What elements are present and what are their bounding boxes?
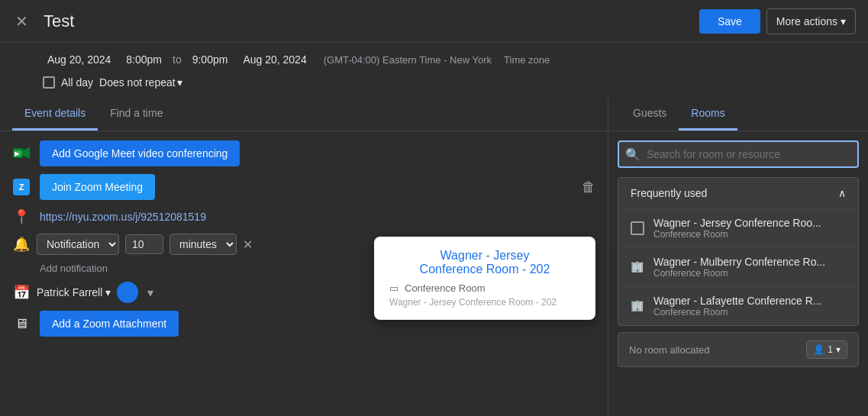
zoom-icon: Z	[13, 179, 30, 195]
bell-icon: 🔔	[12, 235, 31, 253]
attendee-count-button[interactable]: 👤 1 ▾	[806, 340, 847, 359]
tooltip-type-row: ▭ Conference Room	[389, 282, 580, 294]
tooltip-room-name: Wagner - Jersey Conference Room - 202	[389, 249, 580, 276]
room-name-jersey: Wagner - Jersey Conference Roo...	[653, 217, 846, 229]
search-room-container: 🔍	[608, 131, 868, 177]
room-item-mulberry[interactable]: 🏢 Wagner - Mulberry Conference Ro... Con…	[618, 247, 858, 286]
right-panel: Guests Rooms 🔍 Frequently used ∧ Wagner …	[608, 98, 868, 416]
chevron-down-icon: ▾	[841, 15, 846, 27]
monitor-icon: 🖥	[12, 314, 31, 333]
tab-guests[interactable]: Guests	[621, 98, 679, 131]
tab-event-details[interactable]: Event details	[12, 98, 98, 131]
search-room-input[interactable]	[618, 140, 859, 168]
notification-remove-button[interactable]: ✕	[243, 237, 253, 252]
no-room-bar: No room allocated 👤 1 ▾	[618, 332, 859, 367]
frequently-used-label: Frequently used	[631, 187, 707, 199]
zoom-row: Z Join Zoom Meeting 🗑	[12, 174, 595, 200]
tabs-row: Event details Find a time	[0, 98, 608, 131]
room-type-mulberry: Conference Room	[653, 268, 846, 279]
room-checkbox-jersey[interactable]	[631, 221, 644, 235]
room-item-jersey[interactable]: Wagner - Jersey Conference Roo... Confer…	[618, 208, 858, 247]
tooltip-sub-text: Wagner - Jersey Conference Room - 202	[389, 297, 580, 308]
svg-text:▶: ▶	[15, 150, 20, 157]
allday-label: All day	[61, 76, 93, 89]
end-time-button[interactable]: 9:00pm	[188, 52, 233, 67]
attendee-icon: 👤	[813, 344, 824, 355]
tab-find-a-time[interactable]: Find a time	[98, 98, 175, 131]
organizer-name: Patrick Farrell	[37, 286, 102, 298]
right-tabs: Guests Rooms	[608, 98, 868, 131]
room-name-lafayette: Wagner - Lafayette Conference R...	[653, 295, 846, 307]
meet-icon-placeholder: ▶	[12, 144, 31, 163]
calendar-icon: 📅	[12, 283, 31, 302]
room-tooltip-popup: Wagner - Jersey Conference Room - 202 ▭ …	[374, 237, 595, 320]
organizer-color-button[interactable]	[117, 282, 138, 303]
add-zoom-attachment-button[interactable]: Add a Zoom Attachment	[40, 311, 179, 337]
location-icon: 📍	[12, 208, 31, 226]
allday-checkbox[interactable]	[43, 76, 55, 89]
repeat-button[interactable]: Does not repeat ▾	[99, 76, 182, 89]
google-meet-icon: ▶	[13, 147, 30, 160]
start-time-button[interactable]: 8:00pm	[121, 52, 166, 67]
zoom-link-row: 📍 https://nyu.zoom.us/j/92512081519	[12, 208, 595, 226]
end-date-button[interactable]: Aug 20, 2024	[238, 52, 311, 67]
delete-zoom-button[interactable]: 🗑	[582, 179, 595, 195]
event-title: Test	[44, 11, 699, 31]
room-info-jersey: Wagner - Jersey Conference Roo... Confer…	[653, 217, 846, 240]
repeat-chevron-icon: ▾	[177, 76, 182, 89]
tooltip-building-icon: ▭	[389, 282, 399, 294]
room-type-lafayette: Conference Room	[653, 307, 846, 318]
room-type-jersey: Conference Room	[653, 229, 846, 240]
room-info-mulberry: Wagner - Mulberry Conference Ro... Confe…	[653, 256, 846, 279]
tooltip-type-label: Conference Room	[405, 282, 486, 294]
frequently-used-header[interactable]: Frequently used ∧	[618, 178, 858, 208]
more-actions-button[interactable]: More actions ▾	[766, 8, 856, 34]
notification-unit-select[interactable]: minutes	[169, 234, 237, 255]
save-button[interactable]: Save	[699, 9, 760, 34]
start-date-button[interactable]: Aug 20, 2024	[43, 52, 115, 67]
allday-row: All day Does not repeat ▾	[0, 73, 868, 98]
header: ✕ Test Save More actions ▾	[0, 0, 868, 43]
svg-marker-1	[23, 147, 30, 159]
organizer-select-button[interactable]: Patrick Farrell ▾	[37, 286, 111, 298]
timezone-display: (GMT-04:00) Eastern Time - New York	[324, 54, 492, 66]
building-icon-mulberry: 🏢	[631, 260, 644, 274]
google-meet-row: ▶ Add Google Meet video conferencing	[12, 140, 595, 166]
tab-rooms[interactable]: Rooms	[679, 98, 737, 131]
rooms-dropdown: Frequently used ∧ Wagner - Jersey Confer…	[618, 177, 859, 326]
notification-type-select[interactable]: Notification	[37, 234, 119, 255]
notification-value-input[interactable]: 10	[125, 234, 163, 254]
attendee-chevron-icon: ▾	[836, 344, 841, 355]
room-name-mulberry: Wagner - Mulberry Conference Ro...	[653, 256, 846, 268]
zoom-link[interactable]: https://nyu.zoom.us/j/92512081519	[40, 211, 206, 223]
room-item-lafayette[interactable]: 🏢 Wagner - Lafayette Conference R... Con…	[618, 286, 858, 325]
zoom-icon-placeholder: Z	[12, 178, 31, 196]
no-room-text: No room allocated	[629, 344, 710, 356]
add-google-meet-button[interactable]: Add Google Meet video conferencing	[40, 140, 240, 166]
more-actions-label: More actions	[776, 15, 837, 27]
collapse-icon: ∧	[838, 187, 846, 199]
to-separator: to	[173, 53, 182, 66]
join-zoom-button[interactable]: Join Zoom Meeting	[40, 174, 155, 200]
building-icon-lafayette: 🏢	[631, 299, 644, 313]
timezone-button[interactable]: Time zone	[504, 54, 550, 66]
organizer-chevron-icon: ▾	[105, 286, 111, 298]
close-button[interactable]: ✕	[12, 11, 31, 32]
repeat-label: Does not repeat	[99, 76, 176, 89]
room-info-lafayette: Wagner - Lafayette Conference R... Confe…	[653, 295, 846, 318]
attendee-number: 1	[828, 344, 833, 355]
datetime-row: Aug 20, 2024 8:00pm to 9:00pm Aug 20, 20…	[0, 43, 868, 73]
header-actions: Save More actions ▾	[699, 8, 856, 34]
